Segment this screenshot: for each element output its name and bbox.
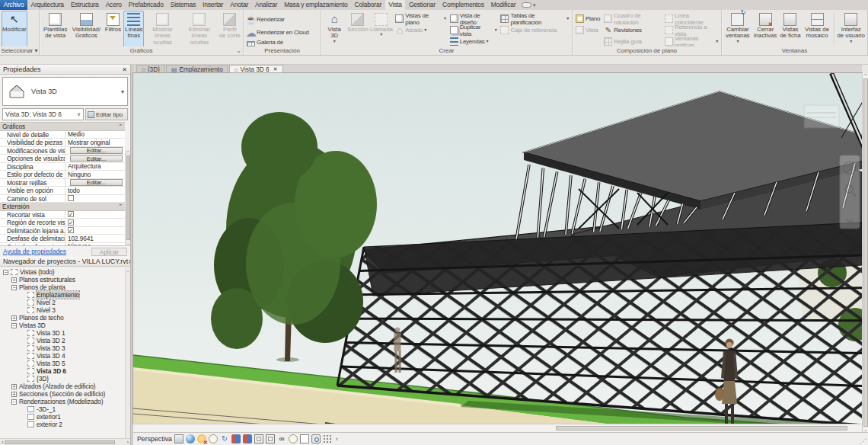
button-renderizar-en-cloud[interactable]: Renderizar en Cloud bbox=[245, 26, 319, 39]
worksharing-icon[interactable] bbox=[243, 434, 252, 443]
ribbon-tab-masa-y-emplazamiento[interactable]: Masa y emplazamiento bbox=[281, 0, 351, 10]
checkbox[interactable]: ✓ bbox=[68, 211, 74, 217]
button-plantillas-de-vista[interactable]: Plantillas de vista bbox=[41, 11, 69, 46]
view-instance-combo[interactable]: Vista 3D: Vista 3D 6 ∨ bbox=[2, 108, 84, 120]
tree-item-vista-3d-4[interactable]: Vista 3D 4 bbox=[0, 352, 130, 360]
vertical-scrollbar[interactable]: ⌃⌄ bbox=[862, 73, 868, 432]
tree-item-planos-estructurales[interactable]: +Planos estructurales bbox=[0, 276, 130, 283]
property-value[interactable]: Medio bbox=[65, 131, 125, 139]
tree-item-alzados-alzado-de-edificio[interactable]: +Alzados (Alzado de edificio) bbox=[0, 383, 130, 390]
tree-item-nivel-3[interactable]: Nivel 3 bbox=[0, 306, 130, 314]
button-duplicar-vista[interactable]: Duplicar vista▾ bbox=[448, 24, 499, 36]
show-crop-icon[interactable] bbox=[266, 434, 275, 443]
panel-label-presentacion[interactable]: Presentación bbox=[244, 46, 321, 55]
ribbon-tab-acero[interactable]: Acero bbox=[102, 0, 125, 10]
tree-item-planos-de-techo[interactable]: +Planos de techo bbox=[0, 314, 130, 322]
button-renderizar[interactable]: Renderizar bbox=[245, 13, 319, 26]
edit-button[interactable]: Editar... bbox=[70, 179, 123, 186]
property-value[interactable]: 102.9641 bbox=[65, 235, 125, 242]
panel-label-ventanas[interactable]: Ventanas bbox=[722, 46, 867, 55]
tree-item-exterior-2[interactable]: exterior 2 bbox=[0, 421, 130, 428]
browser-vscrollbar[interactable]: ⌄ bbox=[125, 268, 130, 438]
refresh-icon[interactable] bbox=[231, 434, 241, 443]
tree-item-vistas-3d[interactable]: −Vistas 3D bbox=[0, 322, 130, 329]
edit-button[interactable]: Editar... bbox=[70, 147, 123, 154]
view-tab-emplazamiento[interactable]: ▤Emplazamiento bbox=[166, 65, 228, 73]
button-lineas-finas[interactable]: Líneas finas bbox=[123, 11, 144, 46]
tree-item-vista-3d-6[interactable]: Vista 3D 6 bbox=[0, 367, 130, 375]
property-value[interactable]: Editar... bbox=[65, 155, 125, 162]
button-filtros[interactable]: Filtros bbox=[103, 11, 123, 46]
tree-item-secciones-seccion-de-edificio[interactable]: +Secciones (Sección de edificio) bbox=[0, 390, 130, 398]
panel-label-crear[interactable]: Crear bbox=[321, 46, 572, 55]
panel-label-graficos[interactable]: Gráficos⌄ bbox=[40, 46, 243, 55]
temporary-view-icon[interactable] bbox=[300, 434, 309, 443]
tree-item-vista-3d-3[interactable]: Vista 3D 3 bbox=[0, 344, 130, 352]
property-value[interactable]: Ninguno bbox=[65, 243, 125, 246]
scale-icon[interactable] bbox=[174, 434, 183, 443]
panel-label-seleccionar[interactable]: Seleccionar ▾ bbox=[0, 46, 39, 55]
scale-label[interactable]: Perspectiva bbox=[137, 435, 172, 443]
tree-item-vista-3d-1[interactable]: Vista 3D 1 bbox=[0, 329, 130, 337]
button-interfaz-de-usuario[interactable]: Interfaz de usuario▾ bbox=[836, 11, 866, 46]
property-value[interactable]: todo bbox=[65, 187, 125, 194]
close-icon[interactable]: ✕ bbox=[122, 66, 127, 73]
ribbon-tab-colaborar[interactable]: Colaborar bbox=[351, 0, 385, 10]
property-value[interactable]: Editar... bbox=[65, 179, 125, 187]
type-selector[interactable]: Vista 3D ▾ bbox=[2, 77, 128, 106]
ribbon-tab-analizar[interactable]: Analizar bbox=[252, 0, 281, 10]
button-vista-3d[interactable]: Vista 3D▾ bbox=[323, 11, 346, 46]
property-value[interactable]: Ninguno bbox=[65, 171, 125, 178]
button-vistas-de-plano[interactable]: Vistas de plano▾ bbox=[394, 13, 447, 24]
property-value[interactable]: Mostrar original bbox=[65, 139, 125, 146]
property-section-extension[interactable]: Extensión⌃ bbox=[0, 203, 125, 211]
ribbon-tab-sistemas[interactable]: Sistemas bbox=[167, 0, 199, 10]
tree-expander-icon[interactable]: − bbox=[11, 285, 17, 290]
tree-expander-icon[interactable]: − bbox=[11, 399, 17, 405]
ribbon-tab-complementos[interactable]: Complementos bbox=[439, 0, 487, 10]
ribbon-tab-arquitectura[interactable]: Arquitectura bbox=[27, 0, 67, 10]
tree-item-vista-3d-2[interactable]: Vista 3D 2 bbox=[0, 337, 130, 344]
view-tab-3d[interactable]: ⌂{3D} bbox=[136, 65, 165, 73]
tree-item-emplazamiento[interactable]: Emplazamiento bbox=[0, 291, 130, 299]
tree-expander-icon[interactable]: + bbox=[11, 392, 17, 397]
temporary-hide-icon[interactable]: ∞ bbox=[277, 434, 286, 443]
tree-item-nivel-2[interactable]: Nivel 2 bbox=[0, 299, 130, 306]
modify-selector-icon[interactable]: ▾ bbox=[522, 0, 535, 10]
close-view-icon[interactable]: ✕ bbox=[273, 66, 278, 72]
drawing-area[interactable] bbox=[133, 73, 862, 424]
collapse-arrow-icon[interactable]: ‹ bbox=[336, 435, 338, 443]
tree-item-renderizaciones-modelizado[interactable]: −Renderizaciones (Modelizado) bbox=[0, 398, 130, 405]
button-vistas-de-ficha[interactable]: Vistas de ficha bbox=[779, 11, 803, 46]
properties-help-link[interactable]: Ayuda de propiedades bbox=[3, 248, 66, 255]
tree-item-exterior1[interactable]: exterior1 bbox=[0, 413, 130, 421]
lighting-icon[interactable] bbox=[209, 434, 218, 443]
tree-expander-icon[interactable]: + bbox=[11, 384, 17, 389]
tree-expander-icon[interactable]: − bbox=[3, 270, 8, 275]
tree-expander-icon[interactable]: + bbox=[11, 315, 17, 321]
checkbox[interactable] bbox=[68, 195, 74, 201]
panel-launcher-icon[interactable]: ⌄ bbox=[236, 46, 241, 55]
button-vistas-de-mosaico[interactable]: Vistas de mosaico bbox=[803, 11, 831, 46]
button-leyendas[interactable]: Leyendas▾ bbox=[448, 36, 499, 46]
constraints-icon[interactable] bbox=[323, 434, 332, 443]
ribbon-tab-archivo[interactable]: Archivo bbox=[0, 0, 27, 10]
edit-button[interactable]: Editar... bbox=[70, 155, 123, 162]
visual-style-icon[interactable] bbox=[186, 434, 195, 443]
edit-type-button[interactable]: Editar tipo bbox=[85, 108, 128, 120]
view-tab-vista-3d-6[interactable]: ⌂Vista 3D 6✕ bbox=[229, 65, 283, 73]
tree-item-3d[interactable]: {3D} bbox=[0, 375, 130, 383]
browser-hscrollbar[interactable]: ‹› bbox=[0, 438, 130, 445]
tree-expander-icon[interactable]: − bbox=[11, 323, 17, 328]
ribbon-tab-anotar[interactable]: Anotar bbox=[227, 0, 252, 10]
button-galeria-de-renderizacion[interactable]: Galería de renderización bbox=[245, 39, 319, 46]
crop-view-icon[interactable] bbox=[254, 434, 263, 443]
camera-icon[interactable] bbox=[311, 434, 321, 443]
property-value[interactable] bbox=[65, 195, 125, 203]
property-value[interactable]: ✓ bbox=[65, 219, 125, 226]
tree-item-vistas-todo[interactable]: −Vistas (todo) bbox=[0, 268, 130, 276]
ribbon-tab-prefabricado[interactable]: Prefabricado bbox=[125, 0, 167, 10]
apply-button[interactable]: Aplicar bbox=[91, 248, 127, 256]
property-value[interactable]: Editar... bbox=[65, 147, 125, 155]
button-plano[interactable]: Plano bbox=[574, 13, 602, 24]
